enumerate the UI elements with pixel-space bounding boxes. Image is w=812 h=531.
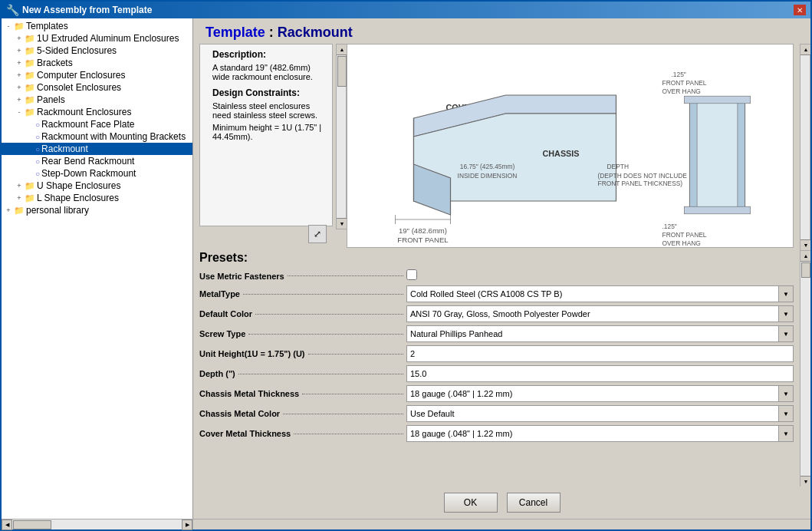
- sidebar-item-l-shape[interactable]: + 📁 L Shape Enclosures: [2, 192, 192, 204]
- sidebar-bottom-scroll: ◀ ▶: [2, 519, 193, 529]
- preset-row-cover-metal-thickness: Cover Metal Thickness 18 gauge (.048" | …: [193, 425, 800, 442]
- presets-scroll-thumb[interactable]: [801, 262, 810, 278]
- preset-dots: [243, 294, 403, 295]
- sidebar-item-label: Rackmount Enclosures: [37, 107, 131, 117]
- preset-dots: [308, 354, 403, 355]
- sidebar-item-1u-extruded[interactable]: + 📁 1U Extruded Aluminum Enclosures: [2, 32, 192, 45]
- preset-label: Screw Type: [199, 329, 406, 338]
- scroll-down-button[interactable]: ▼: [337, 218, 347, 229]
- sidebar-item-u-shape[interactable]: + 📁 U Shape Enclosures: [2, 180, 192, 192]
- preset-row-unit-height: Unit Height(1U = 1.75") (U): [193, 345, 800, 362]
- preset-control-default-color: ANSI 70 Gray, Gloss, Smooth Polyester Po…: [406, 305, 794, 322]
- svg-text:(DEPTH DOES NOT INCLUDE: (DEPTH DOES NOT INCLUDE: [598, 172, 688, 180]
- image-scroll-track: [800, 55, 810, 239]
- folder-icon: 📁: [25, 58, 35, 68]
- doc-icon: ○: [35, 133, 40, 141]
- depth-input[interactable]: [406, 365, 794, 382]
- preset-label: Chassis Metal Thickness: [199, 389, 406, 398]
- preset-control-screw-type: Natural Phillips Panhead Metric Phillips…: [406, 325, 794, 342]
- sidebar-scroll-left[interactable]: ◀: [2, 519, 12, 530]
- close-button[interactable]: ✕: [794, 5, 806, 15]
- default-color-select[interactable]: ANSI 70 Gray, Gloss, Smooth Polyester Po…: [406, 305, 794, 322]
- preset-row-screw-type: Screw Type Natural Phillips Panhead Metr…: [193, 325, 800, 342]
- sidebar-item-label: Rear Bend Rackmount: [41, 156, 134, 167]
- expand-icon: [25, 157, 35, 165]
- metal-type-select[interactable]: Cold Rolled Steel (CRS A1008 CS TP B) St…: [406, 285, 794, 302]
- preset-dots: [255, 314, 403, 315]
- folder-icon: 📁: [14, 21, 25, 31]
- right-bottom-space: [193, 519, 810, 529]
- scroll-thumb[interactable]: [337, 56, 347, 87]
- folder-icon: 📁: [25, 181, 35, 191]
- sidebar-item-rackmount[interactable]: ○ Rackmount: [2, 143, 192, 155]
- image-scrollbar: ▲ ▼: [800, 44, 810, 251]
- svg-text:FRONT PANEL THICKNESS): FRONT PANEL THICKNESS): [598, 180, 683, 187]
- ok-button[interactable]: OK: [444, 493, 498, 513]
- preset-label-text: Screw Type: [199, 329, 245, 338]
- sidebar-item-label: Step-Down Rackmount: [41, 168, 136, 179]
- preset-row-metric-fasteners: Use Metric Fasteners: [193, 269, 800, 282]
- sidebar-h-thumb[interactable]: [13, 520, 51, 529]
- unit-height-input[interactable]: [406, 345, 794, 362]
- expand-icon: -: [3, 22, 14, 30]
- svg-text:DEPTH: DEPTH: [607, 163, 629, 170]
- sidebar-item-label: Templates: [26, 21, 68, 31]
- sidebar-scroll-right[interactable]: ▶: [182, 519, 192, 530]
- preset-label-text: Cover Metal Thickness: [199, 429, 291, 438]
- preset-dots: [283, 414, 403, 414]
- cover-metal-thickness-select[interactable]: 18 gauge (.048" | 1.22 mm) 16 gauge (.06…: [406, 425, 794, 442]
- expand-icon: -: [14, 108, 25, 116]
- metric-fasteners-checkbox[interactable]: [406, 269, 417, 280]
- sidebar-item-templates-root[interactable]: - 📁 Templates: [2, 20, 192, 32]
- sidebar-item-personal-library[interactable]: + 📁 personal library: [2, 204, 192, 216]
- sidebar-item-5-sided[interactable]: + 📁 5-Sided Enclosures: [2, 45, 192, 57]
- preset-control-metric-fasteners: [406, 269, 794, 282]
- presets-scroll-up[interactable]: ▲: [800, 251, 810, 262]
- expand-button[interactable]: ⤢: [308, 225, 327, 243]
- svg-rect-22: [690, 100, 698, 210]
- folder-icon: 📁: [25, 95, 35, 105]
- scroll-up-button[interactable]: ▲: [337, 45, 347, 55]
- folder-icon: 📁: [25, 46, 35, 56]
- presets-scroll-down[interactable]: ▼: [800, 476, 810, 486]
- sidebar-item-label: Consolet Enclosures: [37, 82, 121, 93]
- sidebar-item-rackmount-face-plate[interactable]: ○ Rackmount Face Plate: [2, 118, 192, 130]
- doc-icon: ○: [35, 120, 40, 129]
- template-diagram: COVER CHASSIS 16.75" (: [347, 45, 793, 247]
- sidebar-item-rear-bend[interactable]: ○ Rear Bend Rackmount: [2, 155, 192, 167]
- main-content: - 📁 Templates + 📁 1U Extruded Aluminum E…: [2, 18, 810, 519]
- window-icon: 🔧: [6, 4, 19, 16]
- constraints-text: Stainless steel enclosures need stainles…: [212, 101, 326, 120]
- screw-type-select[interactable]: Natural Phillips Panhead Metric Phillips…: [406, 325, 794, 342]
- chassis-metal-thickness-select[interactable]: 18 gauge (.048" | 1.22 mm) 16 gauge (.06…: [406, 385, 794, 402]
- preset-label: Default Color: [199, 309, 406, 318]
- preset-row-metal-type: MetalType Cold Rolled Steel (CRS A1008 C…: [193, 285, 800, 302]
- sidebar-item-panels[interactable]: + 📁 Panels: [2, 94, 192, 106]
- sidebar-item-rackmount-enclosures[interactable]: - 📁 Rackmount Enclosures: [2, 106, 192, 118]
- template-label: Template: [205, 25, 265, 40]
- svg-text:INSIDE DIMENSION: INSIDE DIMENSION: [458, 172, 518, 180]
- main-window: 🔧 New Assembly from Template ✕ - 📁 Templ…: [0, 0, 812, 531]
- sidebar-item-label: personal library: [26, 205, 89, 216]
- preset-label-text: Depth ("): [199, 369, 235, 378]
- preset-label: MetalType: [199, 289, 406, 298]
- expand-icon: [25, 120, 35, 128]
- sidebar-item-brackets[interactable]: + 📁 Brackets: [2, 57, 192, 69]
- cancel-button[interactable]: Cancel: [507, 493, 561, 513]
- image-scroll-down[interactable]: ▼: [800, 239, 810, 250]
- svg-text:.125": .125": [672, 71, 686, 78]
- sidebar-item-computer-enclosures[interactable]: + 📁 Computer Enclosures: [2, 69, 192, 81]
- sidebar-item-label: Computer Enclosures: [37, 70, 125, 81]
- folder-icon: 📁: [14, 206, 25, 216]
- expand-icon: +: [14, 194, 25, 202]
- sidebar-item-step-down[interactable]: ○ Step-Down Rackmount: [2, 167, 192, 180]
- svg-text:CHASSIS: CHASSIS: [543, 149, 580, 158]
- image-scroll-up[interactable]: ▲: [800, 45, 810, 55]
- sidebar-item-label: Brackets: [37, 58, 73, 68]
- preset-label-text: Unit Height(1U = 1.75") (U): [199, 349, 305, 358]
- chassis-metal-color-select[interactable]: Use Default Black White: [406, 405, 794, 422]
- sidebar-item-consolet-enclosures[interactable]: + 📁 Consolet Enclosures: [2, 81, 192, 94]
- presets-area: Presets: Use Metric Fasteners: [193, 251, 810, 486]
- sidebar-item-rackmount-mounting[interactable]: ○ Rackmount with Mounting Brackets: [2, 130, 192, 143]
- folder-icon: 📁: [25, 71, 35, 81]
